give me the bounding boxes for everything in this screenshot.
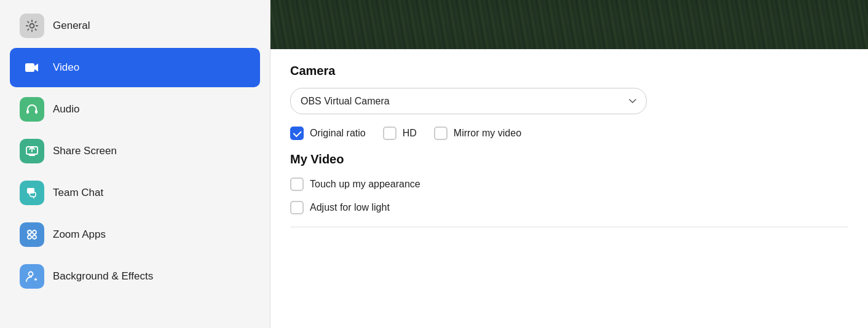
mirror-video-label: Mirror my video — [454, 128, 521, 139]
section-divider — [290, 227, 848, 227]
svg-point-5 — [28, 230, 31, 234]
low-light-checkbox-item[interactable]: Adjust for low light — [290, 201, 848, 214]
mirror-video-checkbox[interactable] — [434, 127, 448, 140]
touch-up-checkbox-item[interactable]: Touch up my appearance — [290, 178, 848, 191]
sidebar-item-video[interactable]: Video — [10, 48, 260, 87]
gear-icon — [20, 14, 44, 38]
touch-up-label: Touch up my appearance — [310, 179, 420, 190]
mirror-video-checkbox-item[interactable]: Mirror my video — [434, 127, 521, 140]
sidebar-item-share-screen[interactable]: Share Screen — [10, 131, 260, 171]
sidebar-item-zoom-apps-label: Zoom Apps — [53, 228, 106, 241]
svg-point-0 — [30, 24, 34, 28]
chat-bubbles-icon — [20, 181, 44, 205]
sidebar-item-background-effects[interactable]: Background & Effects — [10, 257, 260, 296]
camera-options-row: Original ratio HD Mirror my video — [290, 127, 848, 140]
content-area: Camera OBS Virtual Camera FaceTime HD Ca… — [270, 49, 868, 328]
person-star-icon — [20, 264, 44, 289]
sidebar-item-team-chat[interactable]: Team Chat — [10, 173, 260, 213]
video-camera-icon — [20, 55, 44, 80]
my-video-options: Touch up my appearance Adjust for low li… — [290, 178, 848, 214]
camera-preview — [270, 0, 868, 49]
apps-grid-icon — [20, 222, 44, 247]
low-light-checkbox[interactable] — [290, 201, 304, 214]
hd-checkbox-item[interactable]: HD — [383, 127, 417, 140]
sidebar: General Video Audio — [0, 0, 270, 328]
original-ratio-checkbox[interactable] — [290, 127, 304, 140]
sidebar-item-background-effects-label: Background & Effects — [53, 270, 153, 283]
hd-checkbox[interactable] — [383, 127, 397, 140]
touch-up-checkbox[interactable] — [290, 178, 304, 191]
sidebar-item-zoom-apps[interactable]: Zoom Apps — [10, 215, 260, 254]
svg-point-7 — [28, 235, 31, 239]
svg-rect-1 — [25, 63, 34, 72]
low-light-label: Adjust for low light — [310, 202, 390, 213]
sidebar-item-general-label: General — [53, 20, 90, 32]
sidebar-item-share-screen-label: Share Screen — [53, 145, 117, 157]
svg-point-9 — [29, 272, 33, 276]
camera-section-title: Camera — [290, 64, 848, 78]
sidebar-item-audio[interactable]: Audio — [10, 90, 260, 129]
main-content: Camera OBS Virtual Camera FaceTime HD Ca… — [270, 0, 868, 328]
svg-point-6 — [33, 230, 36, 234]
my-video-section-title: My Video — [290, 152, 848, 166]
original-ratio-label: Original ratio — [310, 128, 366, 139]
camera-dropdown[interactable]: OBS Virtual Camera FaceTime HD Camera De… — [290, 88, 647, 114]
sidebar-item-general[interactable]: General — [10, 6, 260, 45]
hd-label: HD — [403, 128, 417, 139]
sidebar-item-audio-label: Audio — [53, 103, 79, 115]
svg-rect-2 — [26, 110, 29, 114]
share-screen-icon — [20, 139, 44, 163]
svg-point-8 — [33, 235, 36, 239]
svg-rect-3 — [35, 110, 37, 114]
original-ratio-checkbox-item[interactable]: Original ratio — [290, 127, 366, 140]
sidebar-item-team-chat-label: Team Chat — [53, 187, 103, 199]
headphones-icon — [20, 97, 44, 122]
sidebar-item-video-label: Video — [53, 61, 79, 74]
